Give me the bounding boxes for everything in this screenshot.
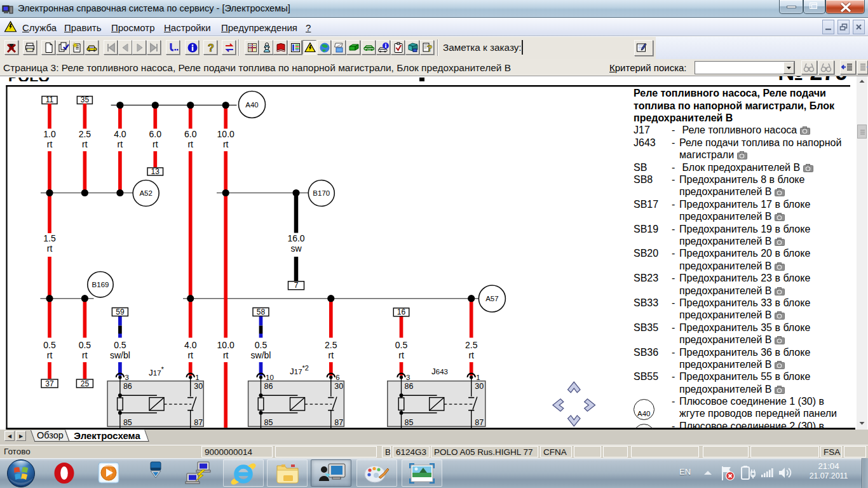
svg-text:7: 7 [294, 281, 299, 290]
svg-text:6: 6 [336, 374, 339, 381]
svg-text:3: 3 [406, 374, 410, 381]
svg-text:1.0: 1.0 [43, 129, 56, 139]
svg-text:rt: rt [187, 139, 193, 149]
svg-text:30: 30 [334, 382, 343, 391]
svg-text:0.5: 0.5 [395, 340, 408, 350]
svg-text:30: 30 [475, 382, 484, 391]
svg-text:6.0: 6.0 [149, 129, 162, 139]
svg-text:B170: B170 [313, 189, 330, 197]
svg-text:rt: rt [223, 350, 229, 360]
svg-text:87: 87 [334, 418, 343, 427]
svg-text:13: 13 [151, 167, 160, 176]
svg-text:rt: rt [187, 350, 193, 360]
svg-text:rt: rt [47, 139, 53, 149]
svg-text:85: 85 [264, 418, 273, 427]
svg-text:6.0: 6.0 [184, 129, 197, 139]
svg-text:rt: rt [398, 350, 404, 360]
svg-text:85: 85 [123, 418, 132, 427]
svg-text:B169: B169 [92, 281, 109, 288]
svg-text:3: 3 [125, 374, 128, 381]
svg-text:16: 16 [397, 308, 406, 316]
svg-text:86: 86 [123, 382, 132, 391]
svg-text:rt: rt [223, 139, 229, 149]
svg-text:rt: rt [47, 350, 53, 360]
svg-text:59: 59 [116, 308, 125, 316]
svg-text:?: ? [208, 43, 214, 53]
svg-text:2.5: 2.5 [325, 340, 337, 350]
svg-text:87: 87 [475, 418, 484, 427]
svg-text:A52: A52 [139, 189, 152, 197]
svg-text:J17*2: J17*2 [290, 364, 309, 376]
svg-text:1: 1 [195, 374, 199, 381]
svg-text:A40: A40 [245, 101, 258, 109]
svg-text:rt: rt [47, 243, 53, 254]
svg-text:ATD: ATD [367, 46, 373, 50]
svg-text:0.5: 0.5 [43, 340, 56, 350]
svg-text:4.0: 4.0 [114, 129, 126, 139]
svg-text:rt: rt [468, 350, 474, 360]
svg-text:?: ? [427, 43, 433, 53]
svg-text:1.5: 1.5 [43, 233, 56, 243]
svg-text:30: 30 [194, 382, 203, 391]
svg-text:10.0: 10.0 [217, 129, 234, 139]
svg-text:85: 85 [405, 418, 414, 427]
svg-text:86: 86 [405, 382, 414, 391]
svg-text:0.5: 0.5 [255, 340, 268, 350]
svg-text:35: 35 [81, 95, 90, 104]
svg-text:2.5: 2.5 [79, 129, 92, 139]
svg-text:37: 37 [45, 379, 54, 388]
svg-text:0.5: 0.5 [114, 340, 126, 350]
svg-text:87: 87 [194, 418, 203, 427]
svg-text:11: 11 [46, 95, 54, 104]
svg-text:J643: J643 [431, 367, 448, 376]
svg-text:2.5: 2.5 [465, 340, 478, 350]
svg-text:0.5: 0.5 [79, 340, 92, 350]
svg-text:sw/bl: sw/bl [251, 350, 271, 360]
svg-text:sw/bl: sw/bl [110, 350, 130, 360]
svg-text:rt: rt [329, 350, 334, 360]
svg-text:58: 58 [257, 308, 266, 316]
svg-text:sw: sw [290, 243, 302, 254]
svg-text:25: 25 [81, 379, 90, 388]
svg-text:rt: rt [82, 350, 88, 360]
svg-text:rt: rt [153, 139, 158, 149]
svg-text:1: 1 [476, 374, 480, 381]
svg-text:rt: rt [82, 139, 88, 149]
svg-text:86: 86 [264, 382, 273, 391]
svg-text:A57: A57 [485, 295, 498, 302]
svg-text:J17*: J17* [149, 365, 165, 377]
svg-text:10.0: 10.0 [217, 340, 234, 350]
svg-text:rt: rt [118, 139, 123, 149]
svg-text:10: 10 [266, 374, 274, 381]
svg-text:16.0: 16.0 [287, 233, 304, 243]
svg-text:4.0: 4.0 [184, 340, 197, 350]
